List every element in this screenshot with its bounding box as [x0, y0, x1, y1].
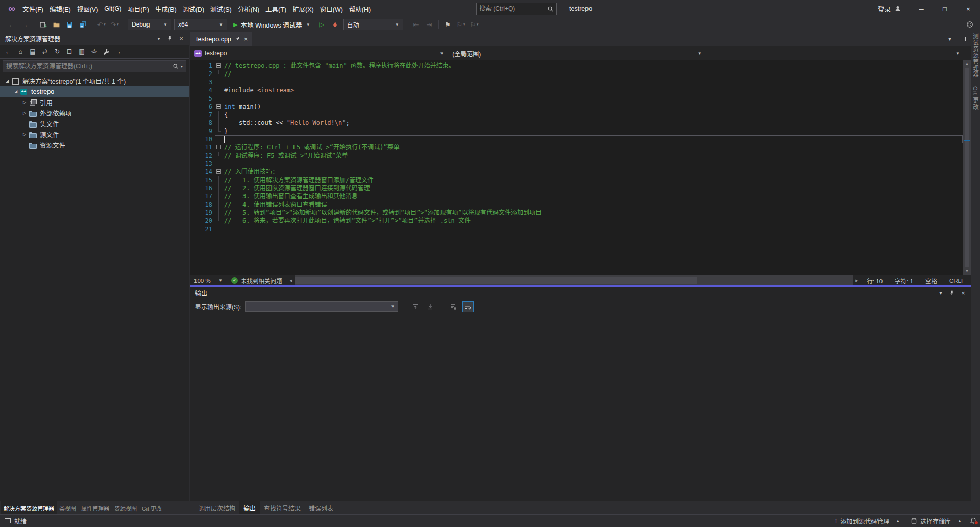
toggle-bookmark-icon[interactable]: ⚑ [442, 18, 454, 31]
fold-collapse-icon[interactable] [215, 103, 224, 111]
auto-dropdown[interactable]: 自动 ▼ [343, 19, 403, 30]
collapse-all-icon[interactable]: ⊟ [64, 46, 75, 57]
tab-解决方案资源管理器[interactable]: 解决方案资源管理器 [1, 501, 57, 514]
start-debugging-button[interactable]: ▶ 本地 Windows 调试器 ▼ [229, 18, 315, 31]
decrease-indent-icon[interactable]: ⇤ [410, 18, 423, 31]
view-code-icon[interactable]: </> [88, 46, 100, 57]
expand-arrow-icon[interactable]: ▷ [20, 132, 29, 137]
menu-item[interactable]: 调试(D) [180, 0, 207, 17]
eol-indicator[interactable]: CRLF [943, 278, 971, 284]
chevron-down-icon[interactable]: ▾ [179, 64, 183, 69]
solution-platforms-dropdown[interactable]: x64 ▼ [174, 19, 227, 30]
tree-item[interactable]: ▷引用 [0, 97, 189, 108]
code-line[interactable]: 8 std::cout << "Hello World!\n"; [190, 119, 963, 127]
tab-输出[interactable]: 输出 [239, 501, 260, 514]
active-files-dropdown-icon[interactable]: ▼ [945, 35, 954, 44]
menu-item[interactable]: 项目(P) [125, 0, 152, 17]
tree-item[interactable]: ◢testrepo [0, 86, 189, 97]
pin-icon[interactable] [164, 33, 176, 44]
code-editor[interactable]: 1// testrepo.cpp : 此文件包含 "main" 函数。程序执行将… [190, 60, 971, 275]
save-all-icon[interactable] [77, 18, 89, 31]
code-line[interactable]: 17// 3. 使用输出窗口查看生成输出和其他消息 [190, 192, 963, 200]
tab-Git 更改[interactable]: Git 更改 [971, 86, 979, 110]
code-line[interactable]: 1// testrepo.cpp : 此文件包含 "main" 函数。程序执行将… [190, 62, 963, 70]
minimize-button[interactable]: ─ [910, 0, 933, 17]
menu-item[interactable]: 测试(S) [207, 0, 235, 17]
editor-vertical-scrollbar[interactable]: ▲ ▼ [963, 60, 971, 275]
zoom-dropdown[interactable]: 100 % ▼ [190, 275, 226, 285]
navigate-forward-icon[interactable]: → [18, 18, 31, 31]
menu-item[interactable]: 分析(N) [235, 0, 262, 17]
toggle-word-wrap-icon[interactable] [462, 301, 474, 312]
tab-查找符号结果[interactable]: 查找符号结果 [260, 501, 305, 514]
code-line[interactable]: 12// 调试程序: F5 或调试 >“开始调试”菜单 [190, 152, 963, 160]
add-to-source-control-button[interactable]: ↑ 添加到源代码管理 ▲ [829, 515, 905, 527]
tree-item[interactable]: ▷外部依赖项 [0, 108, 189, 118]
code-line[interactable]: 9} [190, 127, 963, 135]
code-line[interactable]: 11// 运行程序: Ctrl + F5 或调试 >“开始执行(不调试)”菜单 [190, 143, 963, 152]
start-without-debugging-icon[interactable]: ▷ [315, 18, 328, 31]
editor-horizontal-scrollbar[interactable]: ◀ ▶ [287, 275, 861, 285]
column-indicator[interactable]: 字符: 1 [889, 277, 919, 285]
code-line[interactable]: 7{ [190, 111, 963, 119]
split-editor-handle[interactable] [964, 46, 971, 60]
scroll-down-arrow[interactable]: ▼ [963, 268, 971, 275]
spaces-indicator[interactable]: 空格 [919, 277, 943, 285]
nav-project-dropdown[interactable]: ++ testrepo ▼ [190, 46, 448, 60]
open-file-icon[interactable] [50, 18, 63, 31]
fold-collapse-icon[interactable] [215, 62, 224, 70]
horizontal-scrollbar-thumb[interactable] [295, 277, 697, 284]
tab-Git 更改[interactable]: Git 更改 [139, 501, 164, 514]
increase-indent-icon[interactable]: ⇥ [423, 18, 436, 31]
preview-selected-items-icon[interactable]: → [113, 46, 124, 57]
close-button[interactable]: × [957, 0, 980, 17]
undo-icon[interactable]: ↶▾ [95, 18, 108, 31]
code-line[interactable]: 2// [190, 70, 963, 78]
code-line[interactable]: 21 [190, 225, 963, 233]
sign-in-button[interactable]: 登录 [870, 0, 910, 17]
document-health-indicator[interactable]: ✓ 未找到相关问题 [226, 277, 287, 285]
code-line[interactable]: 14// 入门使用技巧: [190, 168, 963, 176]
quick-search-box[interactable] [476, 3, 557, 15]
refresh-icon[interactable]: ↻ [52, 46, 63, 57]
code-line[interactable]: 4#include <iostream> [190, 86, 963, 94]
pin-icon[interactable] [946, 287, 958, 298]
previous-bookmark-icon[interactable]: ⚐▾ [455, 18, 468, 31]
sync-with-active-document-icon[interactable]: ⇄ [39, 46, 51, 57]
scroll-right-arrow[interactable]: ▶ [853, 279, 861, 283]
menu-item[interactable]: Git(G) [101, 0, 125, 17]
home-icon[interactable]: ⌂ [15, 46, 26, 57]
tree-item[interactable]: ◢解决方案“testrepo”(1 个项目/共 1 个) [0, 76, 189, 86]
menu-item[interactable]: 窗口(W) [317, 0, 346, 17]
properties-wrench-icon[interactable] [101, 46, 112, 57]
menu-item[interactable]: 生成(B) [152, 0, 180, 17]
quick-search-input[interactable] [479, 5, 547, 12]
navigate-backward-icon[interactable]: ← [5, 18, 18, 31]
tab-类视图[interactable]: 类视图 [57, 501, 79, 514]
code-line[interactable]: 20// 6. 将来，若要再次打开此项目，请转到“文件”>“打开”>“项目”并选… [190, 217, 963, 225]
redo-icon[interactable]: ↷▾ [108, 18, 121, 31]
tab-属性管理器[interactable]: 属性管理器 [79, 501, 112, 514]
menu-item[interactable]: 工具(T) [262, 0, 289, 17]
expand-arrow-icon[interactable]: ▷ [20, 111, 29, 115]
document-tab-testrepo-cpp[interactable]: testrepo.cpp × [190, 32, 252, 46]
collapse-arrow-icon[interactable]: ◢ [3, 79, 11, 83]
menu-item[interactable]: 编辑(E) [46, 0, 74, 17]
code-line[interactable]: 5 [190, 94, 963, 103]
close-panel-icon[interactable]: × [176, 33, 187, 44]
save-icon[interactable] [63, 18, 76, 31]
fold-collapse-icon[interactable] [215, 143, 224, 152]
solution-explorer-search-box[interactable]: ▾ [3, 60, 186, 72]
fold-collapse-icon[interactable] [215, 168, 224, 176]
nav-scope-dropdown[interactable]: (全局范围) ▼ [448, 46, 706, 60]
solution-configurations-dropdown[interactable]: Debug ▼ [128, 19, 172, 30]
code-line[interactable]: 6int main() [190, 103, 963, 111]
tree-item[interactable]: 头文件 [0, 118, 189, 129]
next-bookmark-icon[interactable]: ⚐▾ [468, 18, 481, 31]
menu-item[interactable]: 帮助(H) [346, 0, 374, 17]
window-position-icon[interactable]: ▾ [935, 287, 946, 298]
output-source-dropdown[interactable]: ▼ [245, 301, 398, 312]
tab-pin-icon[interactable] [235, 36, 240, 42]
show-all-files-icon[interactable]: ▥ [76, 46, 87, 57]
background-tasks-icon[interactable] [5, 518, 11, 523]
